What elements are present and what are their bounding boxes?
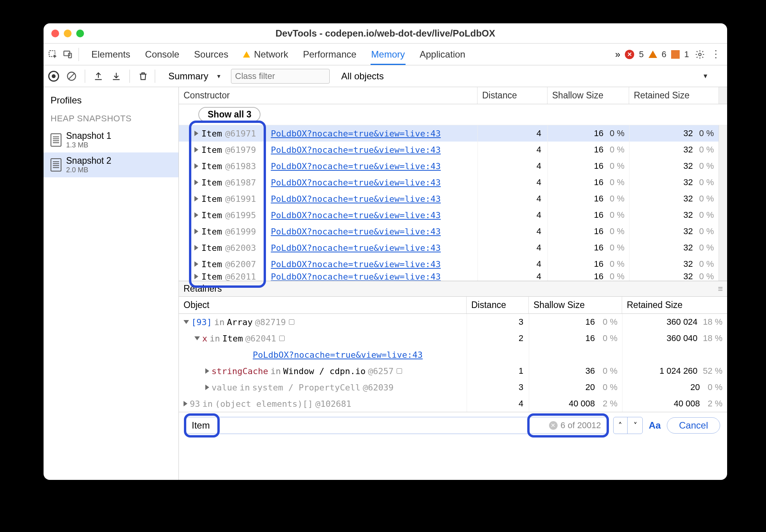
tab-memory[interactable]: Memory [371,44,406,65]
rcol-retained[interactable]: Retained Size [622,297,727,313]
tab-performance[interactable]: Performance [302,44,357,65]
device-toggle-icon[interactable] [61,48,74,61]
collapse-arrow-icon[interactable] [194,336,200,340]
settings-gear-icon[interactable] [694,48,706,61]
object-name: Item [201,243,222,253]
view-dropdown[interactable]: Summary ▼ [168,71,222,82]
collapse-arrow-icon[interactable] [184,320,189,324]
tab-network[interactable]: Network [242,44,289,65]
snapshot-item[interactable]: Snapshot 1 1.3 MB [44,128,178,152]
download-icon[interactable] [109,69,123,83]
expand-arrow-icon[interactable] [194,147,198,152]
retainer-row[interactable]: value in system / PropertyCell @62039 3 … [179,379,727,396]
retainer-rows: [93] in Array @82719 3 160 % 360 02418 %… [179,314,727,412]
devtools-window: DevTools - codepen.io/web-dot-dev/live/P… [44,23,727,480]
expand-arrow-icon[interactable] [194,261,198,267]
expand-arrow-icon[interactable] [194,196,198,201]
snapshot-item[interactable]: Snapshot 2 2.0 MB [44,152,178,177]
scope-dropdown[interactable]: All objects [341,71,384,82]
source-link[interactable]: PoLdbOX?nocache=true&view=live:43 [271,129,441,138]
search-next-icon[interactable]: ˅ [628,417,642,434]
zoom-window-icon[interactable] [76,30,84,37]
tab-application[interactable]: Application [419,44,466,65]
source-link[interactable]: PoLdbOX?nocache=true&view=live:43 [271,178,441,187]
object-id: @61983 [225,161,256,171]
object-label-cell: Item @62007 PoLdbOX?nocache=true&view=li… [179,259,477,269]
object-row[interactable]: Item @61979 PoLdbOX?nocache=true&view=li… [179,142,727,158]
minimize-window-icon[interactable] [64,30,72,37]
object-row[interactable]: Item @62003 PoLdbOX?nocache=true&view=li… [179,240,727,256]
object-row[interactable]: Item @62011 PoLdbOX?nocache=true&view=li… [179,272,727,281]
warning-icon[interactable] [649,51,657,58]
source-link[interactable]: PoLdbOX?nocache=true&view=live:43 [271,243,441,253]
tab-sources[interactable]: Sources [193,44,229,65]
retainer-row[interactable]: x in Item @62041 2 160 % 360 04018 % [179,330,727,346]
object-row[interactable]: Item @61983 PoLdbOX?nocache=true&view=li… [179,158,727,174]
scrollbar[interactable] [719,125,727,281]
col-retained[interactable]: Retained Size [629,87,719,104]
source-link[interactable]: PoLdbOX?nocache=true&view=live:43 [271,259,441,269]
clear-icon[interactable] [65,69,79,83]
inspect-element-icon[interactable] [47,48,59,61]
object-row[interactable]: Item @61991 PoLdbOX?nocache=true&view=li… [179,191,727,207]
expand-arrow-icon[interactable] [194,245,198,250]
expand-arrow-icon[interactable] [194,229,198,234]
expand-arrow-icon[interactable] [205,385,209,390]
source-link[interactable]: PoLdbOX?nocache=true&view=live:43 [271,227,441,236]
expand-arrow-icon[interactable] [184,401,187,406]
object-row[interactable]: Item @61999 PoLdbOX?nocache=true&view=li… [179,223,727,240]
rcol-shallow[interactable]: Shallow Size [529,297,622,313]
overflow-tabs[interactable]: » [615,49,620,60]
expand-arrow-icon[interactable] [194,163,198,169]
col-shallow[interactable]: Shallow Size [547,87,629,104]
record-icon[interactable] [47,69,61,83]
clear-search-icon[interactable]: ✕ [549,421,558,430]
delete-icon[interactable] [136,69,150,83]
expand-arrow-icon[interactable] [194,274,198,279]
object-row[interactable]: Item @62007 PoLdbOX?nocache=true&view=li… [179,256,727,272]
retainer-row[interactable]: stringCache in Window / cdpn.io @6257 1 … [179,363,727,379]
secondary-caret-icon[interactable]: ▼ [702,73,708,80]
source-link[interactable]: PoLdbOX?nocache=true&view=live:43 [271,161,441,171]
close-window-icon[interactable] [51,30,59,37]
expand-arrow-icon[interactable] [194,180,198,185]
cancel-button[interactable]: Cancel [667,417,720,434]
expand-arrow-icon[interactable] [205,368,209,374]
object-name: Item [201,145,222,155]
tab-elements[interactable]: Elements [91,44,131,65]
object-row[interactable]: Item @61971 PoLdbOX?nocache=true&view=li… [179,125,727,142]
expand-arrow-icon[interactable] [194,131,198,136]
search-prev-icon[interactable]: ˄ [614,417,628,434]
rcol-object[interactable]: Object [179,297,467,313]
object-box-icon [397,368,402,374]
expand-arrow-icon[interactable] [194,212,198,218]
distance-cell: 4 [477,125,547,142]
drag-handle-icon[interactable]: ≡ [718,284,722,294]
object-row[interactable]: Item @61995 PoLdbOX?nocache=true&view=li… [179,207,727,223]
upload-icon[interactable] [91,69,105,83]
object-row[interactable]: Item @61987 PoLdbOX?nocache=true&view=li… [179,174,727,191]
issues-icon[interactable] [671,50,680,59]
retainer-row[interactable]: PoLdbOX?nocache=true&view=live:43 [179,346,727,363]
class-filter-input[interactable] [231,69,330,84]
show-all-button[interactable]: Show all 3 [198,107,261,122]
source-link[interactable]: PoLdbOX?nocache=true&view=live:43 [271,272,441,281]
kebab-menu-icon[interactable]: ⋮ [711,48,720,60]
tab-label: Memory [371,49,405,60]
source-link[interactable]: PoLdbOX?nocache=true&view=live:43 [253,350,423,360]
source-link[interactable]: PoLdbOX?nocache=true&view=live:43 [271,145,441,155]
retainer-row[interactable]: [93] in Array @82719 3 160 % 360 02418 % [179,314,727,330]
source-link[interactable]: PoLdbOX?nocache=true&view=live:43 [271,210,441,220]
tab-console[interactable]: Console [144,44,180,65]
match-case-toggle[interactable]: Aa [649,420,661,431]
col-distance[interactable]: Distance [477,87,547,104]
retainer-retained: 200 % [622,379,727,396]
retainer-row[interactable]: 93 in (object elements)[] @102681 4 40 0… [179,396,727,412]
rcol-distance[interactable]: Distance [467,297,529,313]
shallow-cell: 160 % [547,158,629,174]
search-input[interactable] [186,417,549,434]
error-icon[interactable]: ✕ [625,50,634,59]
distance-cell: 4 [477,207,547,223]
col-constructor[interactable]: Constructor [179,87,477,104]
source-link[interactable]: PoLdbOX?nocache=true&view=live:43 [271,194,441,204]
